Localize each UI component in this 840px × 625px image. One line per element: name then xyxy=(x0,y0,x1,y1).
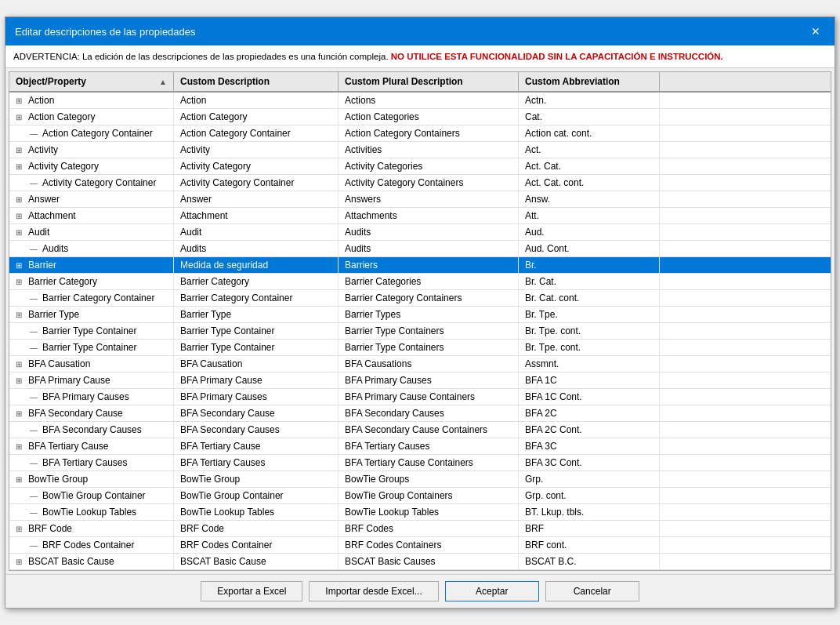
table-row[interactable]: ⊞Barrier CategoryBarrier CategoryBarrier… xyxy=(9,274,831,290)
cell-object-property: ⊞Answer xyxy=(9,191,174,207)
expand-icon[interactable]: ⊞ xyxy=(16,146,25,154)
cell-plural: Audits xyxy=(339,241,519,256)
cell-abbr: Grp. xyxy=(519,471,660,487)
expand-icon[interactable]: ⊞ xyxy=(16,212,25,220)
table-row[interactable]: ⊞BRF CodeBRF CodeBRF CodesBRF xyxy=(9,521,831,537)
table-row[interactable]: —BowTie Lookup TablesBowTie Lookup Table… xyxy=(9,504,831,521)
table-row[interactable]: ⊞Barrier TypeBarrier TypeBarrier TypesBr… xyxy=(9,307,831,323)
cell-custom: Barrier Category Container xyxy=(174,290,339,306)
table-row[interactable]: —Barrier Type ContainerBarrier Type Cont… xyxy=(9,323,831,340)
dialog-footer: Exportar a Excel Importar desde Excel...… xyxy=(5,574,835,608)
object-name: Action Category xyxy=(28,111,95,122)
header-custom-plural[interactable]: Custom Plural Description xyxy=(339,72,519,91)
object-name: Barrier Type Container xyxy=(42,325,137,336)
table-row[interactable]: —BRF Codes ContainerBRF Codes ContainerB… xyxy=(9,537,831,554)
cell-custom: Answer xyxy=(174,191,339,207)
cell-abbr: Actn. xyxy=(519,93,660,108)
cell-custom: Medida de seguridad xyxy=(174,257,339,273)
table-row[interactable]: —BowTie Group ContainerBowTie Group Cont… xyxy=(9,488,831,504)
cell-empty xyxy=(660,405,831,421)
cell-abbr: Answ. xyxy=(519,191,660,207)
leaf-icon: — xyxy=(30,459,39,467)
import-button[interactable]: Importar desde Excel... xyxy=(309,581,438,601)
table-row[interactable]: —BFA Primary CausesBFA Primary CausesBFA… xyxy=(9,389,831,405)
cell-object-property: —Barrier Type Container xyxy=(9,323,174,339)
cell-custom: BFA Primary Cause xyxy=(174,372,339,388)
table-row[interactable]: ⊞BFA Secondary CauseBFA Secondary CauseB… xyxy=(9,405,831,422)
expand-icon[interactable]: ⊞ xyxy=(16,376,25,385)
table-row[interactable]: ⊞AttachmentAttachmentAttachmentsAtt. xyxy=(9,208,831,224)
cell-empty xyxy=(660,422,831,438)
table-row[interactable]: ⊞BowTie GroupBowTie GroupBowTie GroupsGr… xyxy=(9,471,831,488)
table-row[interactable]: ⊞AuditAuditAuditsAud. xyxy=(9,224,831,241)
expand-icon[interactable]: ⊞ xyxy=(16,113,25,122)
cell-empty xyxy=(660,521,831,536)
cell-custom: BFA Secondary Cause xyxy=(174,405,339,421)
expand-icon[interactable]: ⊞ xyxy=(16,525,25,533)
leaf-icon: — xyxy=(30,492,39,500)
leaf-icon: — xyxy=(30,179,39,187)
cell-plural: BowTie Groups xyxy=(339,471,519,487)
close-button[interactable]: ✕ xyxy=(806,24,825,39)
cell-custom: BowTie Group Container xyxy=(174,488,339,503)
table-row[interactable]: —Action Category ContainerAction Categor… xyxy=(9,125,831,142)
cell-object-property: ⊞Activity Category xyxy=(9,158,174,174)
cell-custom: Audit xyxy=(174,224,339,240)
table-row[interactable]: ⊞BFA Tertiary CauseBFA Tertiary CauseBFA… xyxy=(9,438,831,455)
table-row[interactable]: ⊞Activity CategoryActivity CategoryActiv… xyxy=(9,158,831,175)
table-body[interactable]: ⊞ActionActionActionsActn.⊞Action Categor… xyxy=(9,93,831,570)
cell-plural: Barrier Type Containers xyxy=(339,340,519,355)
expand-icon[interactable]: ⊞ xyxy=(16,360,25,369)
expand-icon[interactable]: ⊞ xyxy=(16,409,25,418)
expand-icon[interactable]: ⊞ xyxy=(16,162,25,171)
export-button[interactable]: Exportar a Excel xyxy=(201,581,302,601)
leaf-icon: — xyxy=(30,541,39,550)
cell-empty xyxy=(660,455,831,471)
header-object-property[interactable]: Object/Property ▲ xyxy=(9,72,174,91)
table-row[interactable]: ⊞ActivityActivityActivitiesAct. xyxy=(9,142,831,158)
table-row[interactable]: ⊞BFA CausationBFA CausationBFA Causation… xyxy=(9,356,831,372)
header-custom-description[interactable]: Custom Description xyxy=(174,72,339,91)
cell-plural: BRF Codes xyxy=(339,521,519,536)
cell-custom: Barrier Type Container xyxy=(174,323,339,339)
expand-icon[interactable]: ⊞ xyxy=(16,278,25,286)
table-row[interactable]: —BFA Tertiary CausesBFA Tertiary CausesB… xyxy=(9,455,831,471)
expand-icon[interactable]: ⊞ xyxy=(16,261,25,270)
cell-abbr: BFA 2C Cont. xyxy=(519,422,660,438)
cell-abbr: BFA 3C xyxy=(519,438,660,454)
expand-icon[interactable]: ⊞ xyxy=(16,228,25,237)
table-row[interactable]: ⊞BFA Primary CauseBFA Primary CauseBFA P… xyxy=(9,372,831,389)
expand-icon[interactable]: ⊞ xyxy=(16,442,25,451)
cell-custom: BowTie Group xyxy=(174,471,339,487)
warning-prefix: ADVERTENCIA: La edición de las descripci… xyxy=(13,52,391,61)
header-custom-abbreviation[interactable]: Custom Abbreviation xyxy=(519,72,660,91)
table-row[interactable]: ⊞BarrierMedida de seguridadBarriersBr. xyxy=(9,257,831,274)
table-row[interactable]: —Activity Category ContainerActivity Cat… xyxy=(9,175,831,191)
accept-button[interactable]: Aceptar xyxy=(445,581,539,601)
expand-icon[interactable]: ⊞ xyxy=(16,475,25,484)
cell-empty xyxy=(660,241,831,256)
table-row[interactable]: —AuditsAuditsAuditsAud. Cont. xyxy=(9,241,831,257)
cell-empty xyxy=(660,158,831,174)
expand-icon[interactable]: ⊞ xyxy=(16,96,25,105)
object-name: Audit xyxy=(28,227,49,238)
expand-icon[interactable]: ⊞ xyxy=(16,558,25,566)
cell-plural: BFA Tertiary Cause Containers xyxy=(339,455,519,471)
object-name: BFA Secondary Cause xyxy=(28,408,123,419)
expand-icon[interactable]: ⊞ xyxy=(16,195,25,204)
cell-object-property: ⊞Barrier Type xyxy=(9,307,174,322)
cancel-button[interactable]: Cancelar xyxy=(545,581,639,601)
cell-object-property: —BowTie Group Container xyxy=(9,488,174,503)
table-row[interactable]: ⊞Action CategoryAction CategoryAction Ca… xyxy=(9,109,831,125)
table-row[interactable]: —BFA Secondary CausesBFA Secondary Cause… xyxy=(9,422,831,438)
table-row[interactable]: ⊞BSCAT Basic CauseBSCAT Basic CauseBSCAT… xyxy=(9,554,831,570)
expand-icon[interactable]: ⊞ xyxy=(16,311,25,319)
table-row[interactable]: —Barrier Category ContainerBarrier Categ… xyxy=(9,290,831,307)
table-row[interactable]: ⊞AnswerAnswerAnswersAnsw. xyxy=(9,191,831,208)
table-row[interactable]: ⊞ActionActionActionsActn. xyxy=(9,93,831,109)
object-name: BRF Codes Container xyxy=(42,540,134,551)
table-row[interactable]: —Barrier Type ContainerBarrier Type Cont… xyxy=(9,340,831,356)
cell-empty xyxy=(660,438,831,454)
object-name: Barrier Type Container xyxy=(42,342,137,353)
cell-object-property: —BFA Secondary Causes xyxy=(9,422,174,438)
